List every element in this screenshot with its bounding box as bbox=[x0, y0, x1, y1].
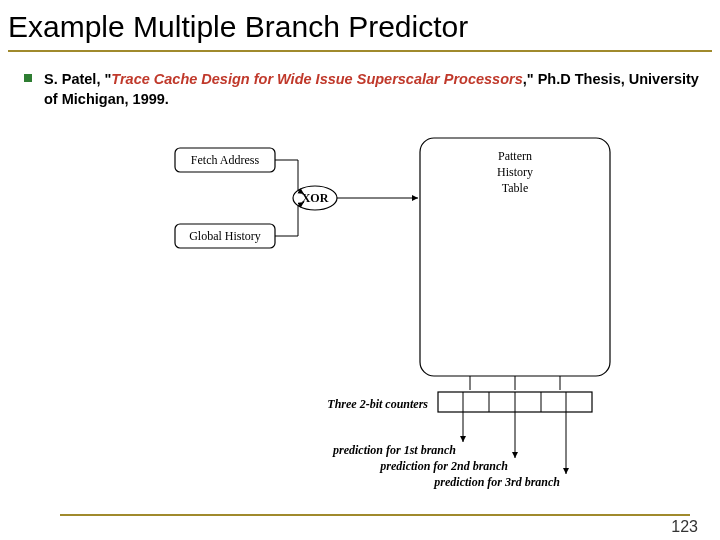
fetch-address-label: Fetch Address bbox=[191, 153, 260, 167]
pred-label-3: prediction for 3rd branch bbox=[433, 475, 560, 489]
pred-label-2: prediction for 2nd branch bbox=[379, 459, 508, 473]
citation-work-title: Trace Cache Design for Wide Issue Supers… bbox=[111, 71, 522, 87]
wire-fetch-to-xor bbox=[275, 160, 298, 190]
pred-label-1: prediction for 1st branch bbox=[332, 443, 456, 457]
citation-block: S. Patel, "Trace Cache Design for Wide I… bbox=[0, 52, 720, 109]
wire-history-to-xor bbox=[275, 206, 298, 236]
pht-label-3: Table bbox=[502, 181, 528, 195]
predictor-diagram: Fetch Address Global History XOR Pattern… bbox=[170, 130, 640, 500]
bullet-icon bbox=[24, 74, 32, 82]
counters-label: Three 2-bit counters bbox=[327, 397, 428, 411]
pht-label-2: History bbox=[497, 165, 533, 179]
global-history-label: Global History bbox=[189, 229, 261, 243]
xor-label: XOR bbox=[302, 191, 329, 205]
counters-group bbox=[438, 392, 592, 412]
pht-label-1: Pattern bbox=[498, 149, 532, 163]
page-number: 123 bbox=[671, 518, 698, 536]
slide-title: Example Multiple Branch Predictor bbox=[0, 0, 720, 50]
footer-rule bbox=[60, 514, 690, 516]
citation-author: S. Patel, " bbox=[44, 71, 111, 87]
